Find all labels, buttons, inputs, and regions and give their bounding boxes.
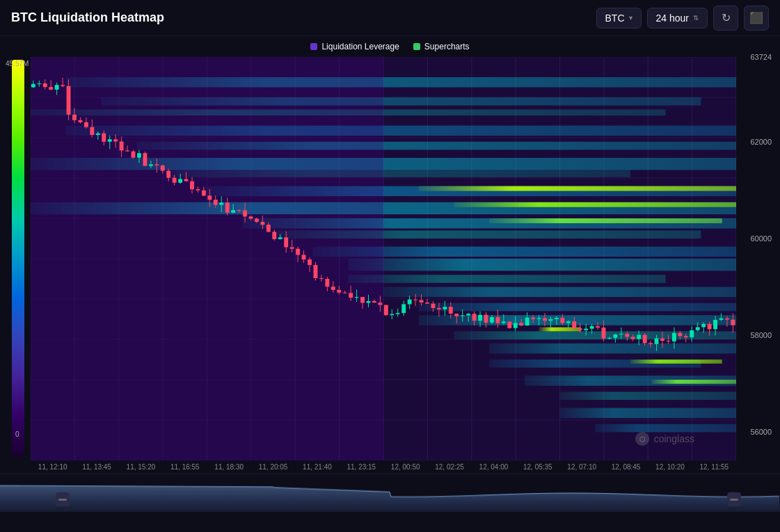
watermark: ⬡ coinglass bbox=[635, 431, 694, 446]
chart-area: Liquidation Leverage Supercharts 45.57M … bbox=[0, 36, 780, 471]
x-label: 11, 16:55 bbox=[163, 463, 207, 471]
asset-value: BTC bbox=[605, 13, 625, 24]
legend: Liquidation Leverage Supercharts bbox=[6, 36, 774, 57]
header-controls: BTC ▾ 24 hour ⇅ ↻ ⬛ bbox=[596, 6, 769, 31]
minimap-canvas[interactable] bbox=[0, 474, 780, 512]
timeframe-value: 24 hour bbox=[656, 13, 689, 24]
legend-label-liquidation: Liquidation Leverage bbox=[321, 42, 399, 51]
main-chart-row: 45.57M 0 ⬡ coinglass 63724 62000 60000 5… bbox=[6, 57, 774, 460]
x-axis: 11, 12:1011, 13:4511, 15:2011, 16:5511, … bbox=[31, 460, 736, 471]
scale-label-top: 45.57M bbox=[6, 60, 29, 67]
scroll-handle-left[interactable] bbox=[56, 492, 70, 506]
x-label: 11, 15:20 bbox=[119, 463, 163, 471]
x-label: 11, 13:45 bbox=[74, 463, 118, 471]
chevron-updown-icon: ⇅ bbox=[693, 14, 699, 22]
asset-dropdown[interactable]: BTC ▾ bbox=[596, 8, 642, 29]
legend-color-liquidation bbox=[310, 43, 317, 50]
scroll-handle-grip-left bbox=[58, 499, 67, 501]
coinglass-icon: ⬡ bbox=[635, 431, 650, 446]
refresh-icon: ↻ bbox=[722, 11, 731, 24]
heatmap-canvas[interactable] bbox=[31, 57, 736, 460]
x-label: 12, 02:25 bbox=[427, 463, 471, 471]
y-label-63724: 63724 bbox=[750, 53, 772, 61]
svg-text:⬡: ⬡ bbox=[639, 435, 645, 443]
watermark-label: coinglass bbox=[654, 433, 694, 444]
legend-color-supercharts bbox=[413, 43, 420, 50]
legend-label-supercharts: Supercharts bbox=[424, 42, 470, 51]
heatmap-wrapper[interactable]: ⬡ coinglass bbox=[31, 57, 736, 460]
x-label: 12, 00:50 bbox=[383, 463, 427, 471]
x-label: 11, 20:05 bbox=[251, 463, 295, 471]
legend-item-liquidation: Liquidation Leverage bbox=[310, 42, 399, 51]
x-label: 11, 23:15 bbox=[340, 463, 383, 471]
x-label: 12, 07:10 bbox=[560, 463, 604, 471]
screenshot-button[interactable]: ⬛ bbox=[744, 6, 769, 31]
header: BTC Liquidation Heatmap BTC ▾ 24 hour ⇅ … bbox=[0, 0, 780, 36]
camera-icon: ⬛ bbox=[749, 11, 763, 24]
scroll-handle-grip-right bbox=[730, 499, 738, 501]
scroll-handle-right[interactable] bbox=[727, 492, 741, 506]
y-label-60000: 60000 bbox=[750, 234, 772, 243]
timeframe-dropdown[interactable]: 24 hour ⇅ bbox=[647, 8, 708, 29]
y-label-62000: 62000 bbox=[750, 138, 772, 146]
y-label-56000: 56000 bbox=[750, 428, 772, 436]
scale-label-bottom: 0 bbox=[15, 430, 19, 438]
x-label: 12, 08:45 bbox=[604, 463, 648, 471]
x-label: 11, 12:10 bbox=[31, 463, 74, 471]
x-label: 11, 18:30 bbox=[207, 463, 251, 471]
x-label: 12, 10:20 bbox=[648, 463, 692, 471]
bottom-bar bbox=[0, 474, 780, 512]
x-label: 12, 11:55 bbox=[692, 463, 736, 471]
refresh-button[interactable]: ↻ bbox=[713, 6, 738, 31]
legend-item-supercharts: Supercharts bbox=[413, 42, 470, 51]
x-label: 12, 05:35 bbox=[516, 463, 559, 471]
x-label: 12, 04:00 bbox=[472, 463, 516, 471]
x-label: 11, 21:40 bbox=[295, 463, 339, 471]
y-axis: 63724 62000 60000 58000 56000 bbox=[736, 57, 774, 460]
y-label-58000: 58000 bbox=[750, 331, 772, 339]
color-scale-bar bbox=[12, 60, 24, 456]
chevron-down-icon: ▾ bbox=[629, 14, 632, 22]
page-title: BTC Liquidation Heatmap bbox=[11, 10, 596, 25]
color-scale: 45.57M 0 bbox=[6, 57, 31, 459]
